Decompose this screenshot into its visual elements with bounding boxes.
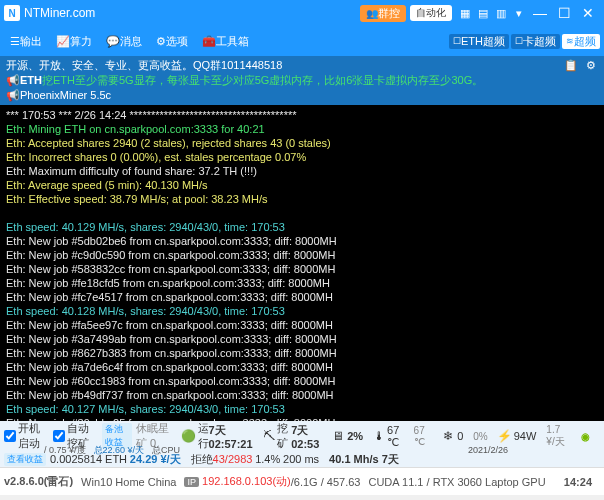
layout2-icon[interactable]: ▥ bbox=[494, 6, 508, 20]
output-tab[interactable]: ☰ 输出 bbox=[4, 31, 48, 52]
close-icon[interactable]: ✕ bbox=[576, 5, 600, 21]
statusbar: 开机启动 自动挖矿 备池收益休眠星矿 0 🟢运行 7天02:57:21 ⛏挖矿 … bbox=[0, 421, 604, 467]
nvidia-icon: ◉ bbox=[581, 431, 590, 442]
copy-icon[interactable]: 📋 bbox=[564, 59, 578, 73]
bottombar: v2.8.6.0(雷石) Win10 Home China IP 192.168… bbox=[0, 467, 604, 495]
options-tab[interactable]: ⚙ 选项 bbox=[150, 31, 194, 52]
miner-version: PhoenixMiner 5.5c bbox=[20, 89, 111, 101]
eth-label: ETH bbox=[20, 74, 42, 86]
flock-control-button[interactable]: 👥群控 bbox=[360, 5, 406, 22]
message-tab[interactable]: 💬 消息 bbox=[100, 31, 148, 52]
settings-icon[interactable]: ⚙ bbox=[584, 59, 598, 73]
version-label[interactable]: v2.8.6.0(雷石) bbox=[4, 474, 73, 489]
terminal-output[interactable]: *** 170:53 *** 2/26 14:24 **************… bbox=[0, 105, 604, 421]
card-overclock-badge[interactable]: ☐ 卡超频 bbox=[511, 34, 560, 49]
eth-overclock-badge[interactable]: ☐ ETH超频 bbox=[449, 34, 509, 49]
startup-checkbox[interactable]: 开机启动 bbox=[4, 421, 45, 451]
app-title: NTMiner.com bbox=[24, 6, 95, 20]
overclock-button[interactable]: ≋超频 bbox=[562, 34, 600, 49]
app-logo: N bbox=[4, 5, 20, 21]
toolbar: ☰ 输出 📈 算力 💬 消息 ⚙ 选项 🧰 工具箱 ☐ ETH超频 ☐ 卡超频 … bbox=[0, 26, 604, 56]
hashrate-tab[interactable]: 📈 算力 bbox=[50, 31, 98, 52]
minimize-icon[interactable]: — bbox=[528, 5, 552, 21]
banner-text-2: 挖ETH至少需要5G显存，每张显卡至少对应5G虚拟内存，比如6张显卡虚拟内存至少… bbox=[42, 74, 483, 86]
banner: 开源、开放、安全、专业、更高收益。QQ群1011448518 📋 ⚙ 📢ETH挖… bbox=[0, 56, 604, 105]
toolbox-tab[interactable]: 🧰 工具箱 bbox=[196, 31, 255, 52]
maximize-icon[interactable]: ☐ bbox=[552, 5, 576, 21]
view-income-chip[interactable]: 查看收益 bbox=[4, 453, 46, 466]
grid-icon[interactable]: ▦ bbox=[458, 6, 472, 20]
titlebar: N NTMiner.com 👥群控 自动化 ▦ ▤ ▥ ▾ — ☐ ✕ bbox=[0, 0, 604, 26]
banner-text-1: 开源、开放、安全、专业、更高收益。QQ群1011448518 bbox=[6, 58, 282, 73]
automation-button[interactable]: 自动化 bbox=[410, 5, 452, 21]
collapse-icon[interactable]: ▾ bbox=[512, 6, 526, 20]
layout1-icon[interactable]: ▤ bbox=[476, 6, 490, 20]
